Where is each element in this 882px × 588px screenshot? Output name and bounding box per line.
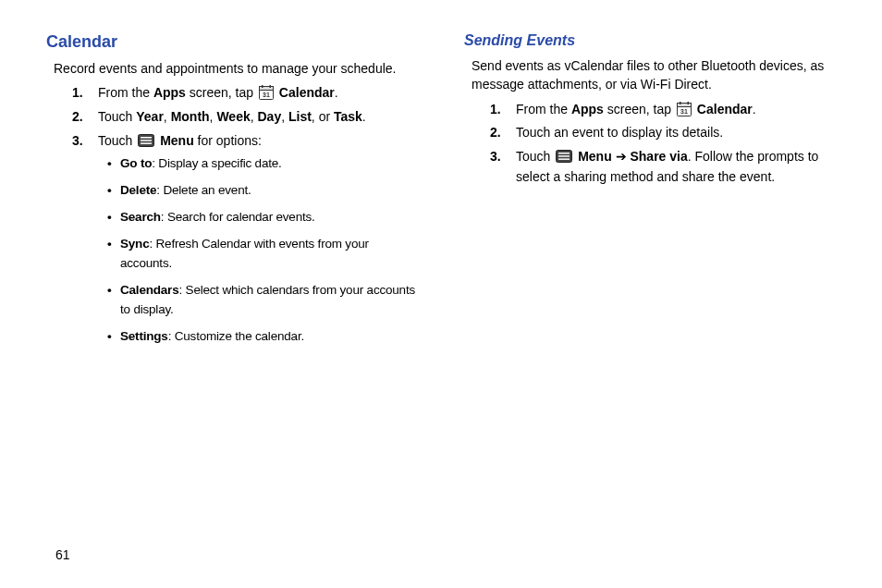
step-text: .	[335, 85, 338, 100]
bold-share: Share via	[630, 149, 687, 164]
svg-rect-2	[262, 85, 263, 88]
content-columns: Calendar Record events and appointments …	[46, 32, 836, 354]
step-text: From the	[98, 85, 153, 100]
bold: Go to	[120, 156, 152, 170]
sending-events-heading: Sending Events	[464, 32, 836, 49]
step-text: From the	[516, 102, 571, 116]
svg-rect-6	[141, 137, 152, 139]
bullet-text: : Display a specific date.	[152, 156, 281, 170]
bullet-text: : Search for calendar events.	[161, 210, 315, 224]
bullet-search: Search: Search for calendar events.	[107, 208, 418, 227]
svg-rect-3	[269, 85, 271, 88]
svg-rect-16	[558, 155, 570, 157]
bold: Task	[334, 109, 362, 124]
bold: Delete	[120, 183, 156, 197]
bullet-text: : Customize the calendar.	[168, 329, 304, 343]
bold: List	[288, 109, 312, 124]
svg-rect-1	[259, 87, 273, 91]
page-number: 61	[55, 547, 70, 562]
step-2: 2. Touch an event to display its details…	[490, 123, 836, 143]
step-num: 3.	[72, 131, 83, 152]
right-column: Sending Events Send events as vCalendar …	[464, 32, 836, 354]
sending-steps: 1. From the Apps screen, tap 31 Calendar…	[490, 100, 836, 188]
step-1: 1. From the Apps screen, tap 31 Calendar…	[72, 83, 418, 104]
calendar-icon: 31	[677, 102, 692, 116]
step-num: 1.	[72, 83, 83, 104]
bold-calendar: Calendar	[279, 85, 335, 100]
bold: Calendars	[120, 283, 178, 297]
svg-rect-12	[687, 102, 689, 104]
step-3: 3. Touch Menu for options: Go to: Displa…	[72, 131, 418, 347]
svg-text:31: 31	[680, 108, 688, 115]
step-text: .	[362, 109, 366, 124]
svg-text:31: 31	[263, 92, 270, 98]
step-num: 2.	[490, 123, 501, 143]
left-column: Calendar Record events and appointments …	[46, 32, 418, 354]
bold: Sync	[120, 237, 149, 251]
calendar-icon: 31	[259, 85, 274, 100]
calendar-heading: Calendar	[46, 32, 418, 52]
svg-rect-7	[141, 140, 152, 141]
bold-calendar: Calendar	[697, 102, 753, 116]
menu-icon	[138, 133, 154, 146]
menu-icon	[556, 149, 572, 162]
bullet-goto: Go to: Display a specific date.	[107, 154, 418, 174]
sending-events-intro: Send events as vCalendar files to other …	[472, 56, 836, 94]
step-text: screen, tap	[186, 85, 257, 100]
bold-apps: Apps	[153, 85, 186, 100]
bullet-delete: Delete: Delete an event.	[107, 181, 418, 201]
bold-apps: Apps	[571, 102, 604, 116]
step-text: .	[753, 102, 756, 116]
step-text: screen, tap	[604, 102, 675, 116]
bold: Search	[120, 210, 161, 224]
svg-rect-10	[677, 103, 691, 106]
calendar-steps: 1. From the Apps screen, tap 31 Calendar…	[72, 83, 418, 346]
bullet-text: : Refresh Calendar with events from your…	[120, 237, 369, 270]
step-text: for options:	[194, 133, 262, 148]
step-3: 3. Touch Menu ➔ Share via. Follow the pr…	[490, 147, 836, 187]
step-text: Touch	[98, 133, 136, 148]
menu-options: Go to: Display a specific date. Delete: …	[107, 154, 418, 346]
calendar-intro: Record events and appointments to manage…	[54, 59, 418, 78]
step-2: 2. Touch Year, Month, Week, Day, List, o…	[72, 107, 418, 128]
step-num: 3.	[490, 147, 501, 167]
svg-rect-17	[558, 158, 570, 160]
bold: Month	[171, 109, 210, 124]
svg-rect-11	[680, 102, 681, 104]
step-1: 1. From the Apps screen, tap 31 Calendar…	[490, 100, 836, 120]
bullet-sync: Sync: Refresh Calendar with events from …	[107, 235, 418, 274]
bold: Settings	[120, 329, 168, 343]
svg-rect-8	[141, 142, 152, 144]
step-text: Touch	[98, 109, 136, 124]
step-num: 1.	[490, 100, 501, 120]
bullet-calendars: Calendars: Select which calendars from y…	[107, 281, 418, 320]
bold: Year	[136, 109, 164, 124]
step-num: 2.	[72, 107, 83, 128]
bold: Day	[258, 109, 282, 124]
svg-rect-15	[558, 153, 570, 154]
bold: Week	[216, 109, 250, 124]
arrow-text: ➔	[612, 149, 631, 164]
bullet-settings: Settings: Customize the calendar.	[107, 327, 418, 347]
step-text: Touch	[516, 149, 554, 164]
step-text: Touch an event to display its details.	[516, 125, 723, 140]
bullet-text: : Delete an event.	[156, 183, 251, 197]
bold-menu: Menu	[578, 149, 612, 164]
bold-menu: Menu	[160, 133, 194, 148]
